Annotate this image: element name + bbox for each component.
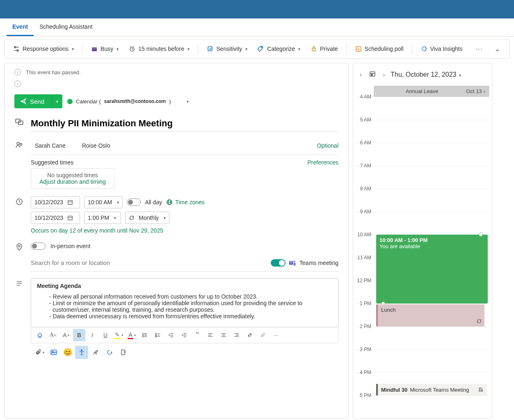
viva-icon	[420, 45, 428, 52]
prev-day-button[interactable]: ‹	[358, 70, 363, 80]
hour-label: 10 AM	[356, 232, 374, 254]
current-event-block[interactable]: 10:00 AM - 1:00 PM You are available	[376, 235, 488, 304]
adjust-timing-link[interactable]: Adjust duration and timing	[39, 178, 106, 185]
calendar-grid[interactable]: 4 AM 5 AM 6 AM 7 AM 8 AM 9 AM 10 AM 11 A…	[356, 97, 489, 418]
insert-picture-button[interactable]	[47, 346, 60, 359]
optional-attendees-link[interactable]: Optional	[317, 142, 338, 149]
svg-rect-9	[312, 48, 315, 51]
svg-rect-67	[121, 350, 125, 355]
recurrence-input[interactable]: Monthly ▾	[125, 212, 169, 224]
tag-icon	[257, 45, 265, 52]
attendee-chip[interactable]: Roise Oslo	[78, 141, 114, 151]
response-options-button[interactable]: Response options ▾	[9, 43, 78, 55]
send-button[interactable]: Send ▾	[14, 94, 62, 108]
today-button[interactable]	[368, 69, 377, 80]
highlight-button[interactable]: ✎▾	[112, 329, 125, 341]
start-time-input[interactable]: 10:00 AM ▾	[84, 196, 123, 208]
underline-button[interactable]: U	[99, 329, 112, 341]
hour-label: 4 PM	[356, 370, 374, 392]
signature-button[interactable]	[89, 346, 102, 359]
all-day-toggle[interactable]	[127, 199, 141, 206]
unlink-button[interactable]	[257, 329, 269, 341]
start-date-input[interactable]: 10/12/2023	[31, 196, 80, 208]
numbered-list-button[interactable]: 123	[152, 329, 164, 341]
align-center-button[interactable]	[217, 329, 230, 341]
chevron-down-icon: ▾	[72, 47, 74, 51]
tab-event[interactable]: Event	[7, 18, 34, 36]
categorize-label: Categorize	[267, 46, 295, 52]
sensitivity-button[interactable]: Sensitivity ▾	[202, 43, 251, 55]
show-as-button[interactable]: Busy ▾	[87, 43, 123, 55]
scheduling-poll-button[interactable]: Scheduling poll	[351, 43, 408, 55]
settings-sliders-icon	[13, 45, 20, 52]
chevron-down-icon: ▾	[164, 216, 166, 220]
mindful-subtitle: Microsoft Teams Meeting	[410, 387, 469, 393]
italic-button[interactable]: I	[86, 329, 98, 341]
format-painter-button[interactable]	[34, 329, 46, 341]
timezones-link[interactable]: Time zones	[166, 199, 205, 205]
calendar-icon	[67, 199, 73, 205]
all-day-event-banner[interactable]: Annual Leave Oct 13 ›	[374, 86, 489, 97]
hour-label: 11 AM	[356, 255, 374, 277]
recurrence-icon	[129, 215, 135, 221]
send-split-button[interactable]: ▾	[52, 94, 62, 108]
body-line: - Limit or minimize the amount of person…	[49, 300, 332, 313]
end-time-input[interactable]: 1:00 PM ▾	[84, 212, 121, 224]
font-size-button[interactable]: A▾	[60, 329, 72, 341]
preferences-link[interactable]: Preferences	[308, 159, 338, 166]
event-title-input[interactable]	[31, 116, 338, 132]
mindful-title: Mindful 30	[381, 387, 407, 393]
tab-scheduling-assistant[interactable]: Scheduling Assistant	[34, 18, 98, 36]
attendee-chip[interactable]: Sarah Cane	[31, 141, 70, 151]
attach-button[interactable]: ▾	[33, 346, 46, 359]
bold-button[interactable]: B	[73, 329, 85, 341]
poll-icon	[355, 45, 362, 52]
tab-strip: Event Scheduling Assistant	[0, 18, 514, 37]
increase-indent-button[interactable]	[178, 329, 190, 341]
more-format-button[interactable]: ···	[270, 329, 282, 341]
poll-label: Scheduling poll	[365, 46, 404, 52]
decrease-indent-button[interactable]	[165, 329, 177, 341]
attendees-field[interactable]: Sarah Cane Roise Oslo Optional	[31, 139, 338, 155]
svg-rect-21	[68, 201, 73, 205]
accessibility-button[interactable]	[75, 346, 88, 359]
reminder-button[interactable]: 15 minutes before ▾	[124, 43, 194, 55]
teams-meeting-toggle[interactable]	[271, 259, 286, 267]
event-body-editor[interactable]: Meeting Agenda - Review all personal inf…	[31, 278, 338, 327]
end-date-input[interactable]: 10/12/2023	[31, 212, 80, 224]
mindful-event-block[interactable]: Mindful 30 Microsoft Teams Meeting	[376, 384, 487, 395]
calendar-selector[interactable]: Calendar ( sarahsmith@contoso.com ) ▾	[67, 98, 188, 105]
bullets-button[interactable]	[139, 329, 151, 341]
body-line: - Review all personal information receiv…	[49, 293, 332, 300]
calendar-date-label[interactable]: Thu, October 12, 2023 ▾	[391, 71, 461, 78]
no-suggested-text: No suggested times	[39, 172, 106, 178]
insert-toolbar: ▾ 😊	[31, 343, 338, 361]
resize-handle-top[interactable]	[479, 233, 483, 237]
busy-icon	[91, 45, 98, 52]
private-button[interactable]: Private	[306, 43, 342, 55]
next-day-button[interactable]: ›	[382, 70, 387, 80]
ribbon-overflow-button[interactable]: ⌄	[490, 44, 505, 53]
more-commands-button[interactable]: ···	[472, 43, 487, 55]
quote-button[interactable]: ”	[191, 329, 203, 341]
categorize-button[interactable]: Categorize ▾	[253, 43, 304, 55]
show-as-label: Busy	[101, 46, 113, 52]
location-search-input[interactable]	[31, 257, 271, 269]
emoji-button[interactable]: 😊	[61, 346, 74, 359]
viva-insights-button[interactable]: Viva Insights	[416, 43, 467, 55]
sensitivity-label: Sensitivity	[216, 46, 242, 52]
font-color-button[interactable]: A▾	[126, 329, 138, 341]
clock-icon	[14, 196, 24, 206]
svg-rect-26	[68, 216, 73, 220]
lunch-event-block[interactable]: Lunch	[376, 304, 484, 326]
align-right-button[interactable]	[231, 329, 243, 341]
align-left-button[interactable]	[204, 329, 217, 341]
font-button[interactable]: AA	[47, 329, 59, 341]
link-button[interactable]	[244, 329, 256, 341]
loop-button[interactable]	[103, 346, 116, 359]
editor-options-button[interactable]	[117, 346, 130, 359]
in-person-toggle[interactable]	[31, 242, 46, 250]
svg-rect-7	[208, 47, 212, 51]
chevron-down-icon: ▾	[187, 99, 189, 104]
in-person-label: In-person event	[50, 243, 90, 249]
